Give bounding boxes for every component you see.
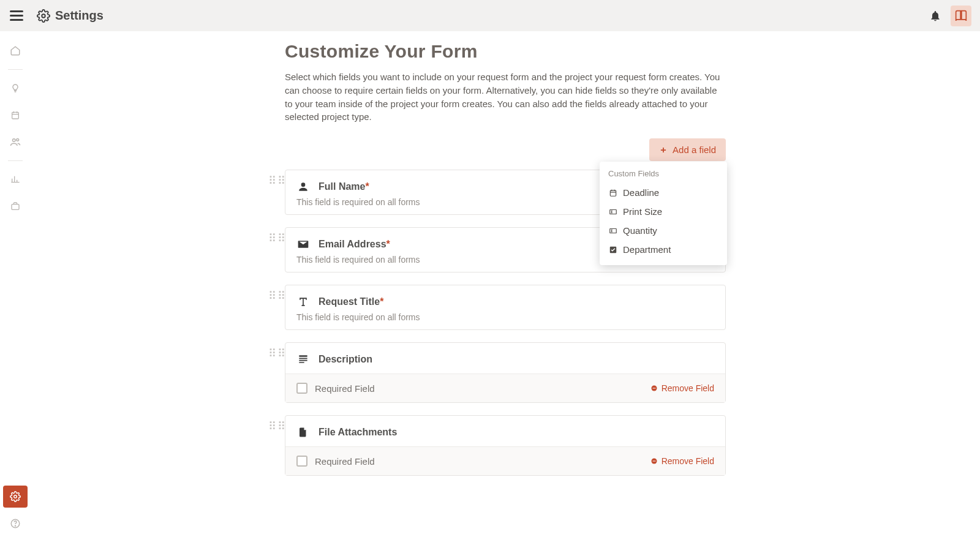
file-icon (296, 426, 310, 439)
nav-ideas[interactable] (3, 77, 28, 99)
svg-rect-10 (610, 228, 617, 233)
add-field-label: Add a field (673, 145, 716, 155)
popover-item-label: Deadline (623, 187, 659, 198)
svg-rect-8 (610, 190, 616, 195)
nav-analytics[interactable] (3, 168, 28, 190)
required-field-checkbox[interactable]: Required Field (296, 456, 375, 467)
field-card: ⠿⠿Request Title*This field is required o… (285, 285, 726, 330)
field-title: Email Address* (318, 239, 390, 250)
popover-item-label: Department (623, 244, 671, 255)
add-field-button[interactable]: Add a field (649, 138, 726, 161)
popover-item[interactable]: Department (600, 240, 727, 259)
required-field-checkbox[interactable]: Required Field (296, 383, 375, 394)
page-title: Settings (55, 9, 104, 23)
svg-rect-9 (610, 209, 617, 214)
remove-field-label: Remove Field (662, 456, 714, 466)
textbox-icon (608, 207, 618, 217)
text-t-icon (296, 295, 310, 309)
popover-item-label: Print Size (623, 206, 662, 217)
popover-item[interactable]: Quantity (600, 221, 727, 240)
field-title: Description (318, 354, 372, 365)
svg-point-5 (14, 495, 17, 498)
nav-settings[interactable] (3, 486, 28, 508)
svg-rect-4 (12, 205, 19, 210)
svg-rect-15 (652, 461, 655, 462)
help-book-button[interactable] (951, 6, 971, 26)
required-field-label: Required Field (315, 383, 375, 394)
popover-item-label: Quantity (623, 225, 657, 236)
nav-people[interactable] (3, 131, 28, 153)
gear-icon (36, 8, 51, 24)
svg-point-0 (42, 14, 45, 18)
popover-item[interactable]: Deadline (600, 183, 727, 202)
field-title: Request Title* (318, 296, 383, 307)
required-field-label: Required Field (315, 456, 375, 467)
main-content: Customize Your Form Select which fields … (31, 31, 980, 537)
drag-handle[interactable]: ⠿⠿ (268, 178, 287, 184)
remove-field-label: Remove Field (662, 383, 714, 393)
popover-title: Custom Fields (600, 169, 727, 178)
nav-help[interactable] (3, 513, 28, 535)
field-card: ⠿⠿DescriptionRequired FieldRemove Field (285, 342, 726, 403)
remove-field-button[interactable]: Remove Field (650, 383, 714, 393)
remove-field-button[interactable]: Remove Field (650, 456, 714, 466)
drag-handle[interactable]: ⠿⠿ (268, 350, 287, 357)
field-card: ⠿⠿File AttachmentsRequired FieldRemove F… (285, 415, 726, 476)
nav-work[interactable] (3, 195, 28, 217)
textbox-icon (608, 226, 618, 236)
field-subtitle: This field is required on all forms (296, 312, 714, 322)
svg-point-3 (17, 138, 19, 141)
add-field-popover: Custom Fields DeadlinePrint SizeQuantity… (600, 162, 727, 265)
section-heading: Customize Your Form (285, 41, 726, 62)
popover-item[interactable]: Print Size (600, 202, 727, 221)
left-rail (0, 31, 31, 537)
field-title: File Attachments (318, 427, 397, 438)
mail-icon (296, 238, 310, 251)
notifications-button[interactable] (926, 7, 944, 25)
menu-button[interactable] (9, 8, 24, 24)
svg-point-2 (13, 139, 16, 142)
topbar: Settings (0, 0, 980, 31)
nav-home[interactable] (3, 40, 28, 62)
section-description: Select which fields you want to include … (285, 70, 726, 124)
svg-point-7 (15, 525, 15, 526)
nav-calendar[interactable] (3, 104, 28, 126)
calendar-icon (608, 188, 618, 198)
field-title: Full Name* (318, 181, 369, 192)
drag-handle[interactable]: ⠿⠿ (268, 235, 287, 242)
description-icon (296, 353, 310, 366)
checkbox-icon (608, 245, 618, 255)
person-icon (296, 180, 310, 193)
drag-handle[interactable]: ⠿⠿ (268, 293, 287, 299)
svg-rect-13 (652, 388, 655, 389)
svg-rect-1 (12, 112, 19, 119)
drag-handle[interactable]: ⠿⠿ (268, 423, 287, 430)
